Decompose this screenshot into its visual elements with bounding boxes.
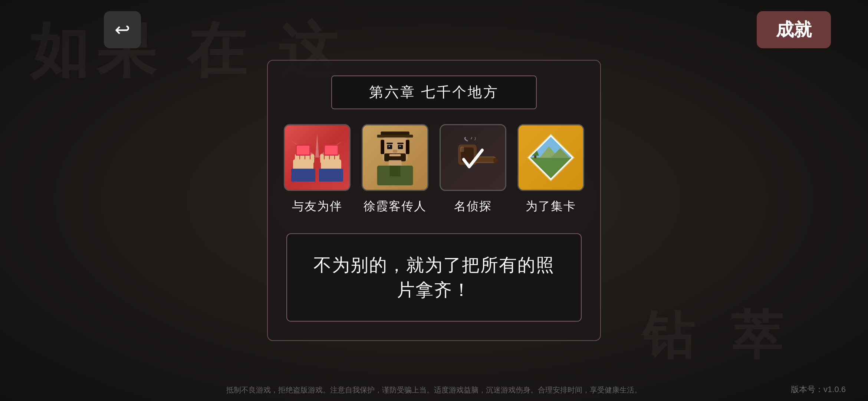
svg-rect-22 (377, 135, 413, 138)
bg-deco-2: 钻 萃 (642, 301, 794, 371)
svg-rect-39 (389, 166, 400, 176)
card-friendship[interactable]: 与友为伴 (284, 124, 351, 215)
svg-rect-45 (460, 147, 464, 152)
card-detective-label: 名侦探 (454, 198, 492, 215)
chapter-title: 第六章 七千个地方 (369, 84, 499, 100)
svg-rect-34 (393, 150, 397, 153)
svg-rect-9 (310, 154, 314, 163)
version-label: 版本号：v1.0.6 (791, 384, 846, 395)
svg-rect-44 (493, 158, 498, 163)
svg-rect-18 (325, 146, 338, 154)
svg-rect-36 (389, 154, 401, 156)
card-friendship-image (284, 124, 351, 191)
card-traveler-label: 徐霞客传人 (364, 198, 427, 215)
back-button[interactable]: ↩ (104, 11, 141, 48)
svg-rect-20 (319, 169, 343, 182)
card-detective[interactable]: 名侦探 (440, 124, 506, 215)
description-panel: 不为别的，就为了把所有的照片拿齐！ (286, 233, 582, 322)
card-traveler-image (362, 124, 428, 191)
main-panel: 第六章 七千个地方 (267, 60, 601, 341)
svg-rect-49 (530, 157, 572, 178)
card-collector-label: 为了集卡 (526, 198, 576, 215)
achievement-label: 成就 (776, 18, 812, 42)
svg-rect-16 (320, 154, 324, 163)
svg-rect-43 (475, 157, 494, 162)
svg-marker-0 (315, 133, 319, 157)
back-icon: ↩ (115, 19, 130, 40)
svg-rect-33 (397, 143, 404, 144)
svg-rect-24 (381, 140, 384, 154)
card-traveler[interactable]: 徐霞客传人 (362, 124, 428, 215)
svg-rect-19 (291, 169, 315, 182)
achievement-button[interactable]: 成就 (757, 11, 831, 48)
svg-rect-11 (297, 146, 309, 154)
card-collector[interactable]: 为了集卡 (517, 124, 584, 215)
card-friendship-label: 与友为伴 (292, 198, 342, 215)
svg-rect-25 (406, 140, 410, 154)
svg-rect-32 (387, 143, 393, 144)
card-detective-image (440, 124, 506, 191)
chapter-title-bar: 第六章 七千个地方 (331, 75, 537, 109)
svg-rect-30 (389, 146, 390, 147)
description-text: 不为别的，就为了把所有的照片拿齐！ (313, 255, 555, 300)
footer-disclaimer: 抵制不良游戏，拒绝盗版游戏。注意自我保护，谨防受骗上当。适度游戏益脑，沉迷游戏伤… (226, 385, 642, 395)
chapter-panel: 第六章 七千个地方 (267, 60, 601, 341)
cards-row: 与友为伴 (284, 124, 584, 215)
card-collector-image (517, 124, 584, 191)
svg-rect-31 (400, 146, 401, 147)
